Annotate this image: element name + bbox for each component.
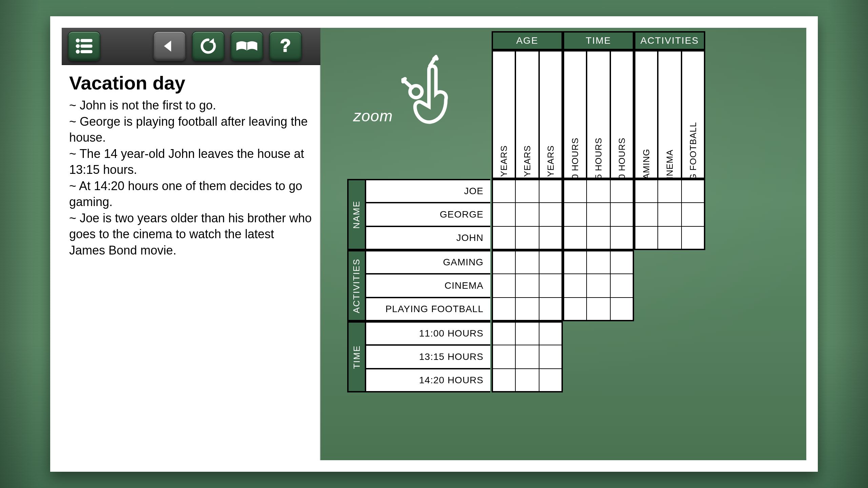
grid-cell[interactable]: [492, 203, 515, 226]
svg-rect-1: [81, 39, 92, 42]
row-header: GEORGE: [365, 203, 490, 226]
row-header: CINEMA: [365, 274, 490, 298]
reset-button[interactable]: [192, 31, 224, 61]
col-header: 14:20 HOURS: [610, 50, 634, 179]
row-header: 14:20 HOURS: [365, 369, 490, 392]
help-button[interactable]: ?: [269, 31, 302, 61]
grid-cell[interactable]: [539, 203, 563, 226]
grid-cell[interactable]: [610, 226, 634, 250]
col-header: 18 YEARS: [539, 50, 563, 179]
grid-cell[interactable]: [610, 179, 634, 203]
grid-cell[interactable]: [610, 250, 634, 274]
grid-cell[interactable]: [587, 179, 610, 203]
grid-cell[interactable]: [658, 179, 682, 203]
grid-cell[interactable]: [539, 345, 563, 369]
grid-cell[interactable]: [492, 321, 515, 345]
grid-cell[interactable]: [539, 274, 563, 298]
grid-cell[interactable]: [634, 203, 658, 226]
grid-cell[interactable]: [634, 226, 658, 250]
row-category-name: NAME: [347, 179, 366, 250]
grid-cell[interactable]: [658, 226, 682, 250]
row-header: 11:00 HOURS: [365, 321, 490, 345]
grid-cell[interactable]: [682, 179, 705, 203]
grid-cell[interactable]: [563, 274, 587, 298]
grid-cell[interactable]: [515, 274, 539, 298]
grid-cell[interactable]: [492, 226, 515, 250]
grid-cell[interactable]: [539, 226, 563, 250]
grid-cell[interactable]: [563, 298, 587, 321]
grid-cell[interactable]: [515, 369, 539, 392]
clue-panel: Vacation day ~ John is not the first to …: [62, 65, 320, 460]
col-header: 16 YEARS: [515, 50, 539, 179]
grid-cell[interactable]: [563, 250, 587, 274]
grid-cell[interactable]: [587, 274, 610, 298]
menu-button[interactable]: [68, 31, 100, 61]
row-header: PLAYING FOOTBALL: [365, 298, 490, 321]
grid-cell[interactable]: [515, 250, 539, 274]
game-frame: ? Vacation day ~ John is not the first t…: [50, 16, 818, 472]
grid-cell[interactable]: [515, 298, 539, 321]
game-board: ? Vacation day ~ John is not the first t…: [62, 28, 806, 460]
grid-cell[interactable]: [610, 274, 634, 298]
grid-cell[interactable]: [563, 203, 587, 226]
col-header: CINEMA: [658, 50, 682, 179]
grid-cell[interactable]: [492, 274, 515, 298]
grid-cell[interactable]: [682, 203, 705, 226]
grid-cell[interactable]: [587, 203, 610, 226]
clue-line: ~ George is playing football after leavi…: [69, 114, 312, 146]
svg-point-2: [76, 44, 79, 47]
row-header: JOE: [365, 179, 490, 203]
row-category-time: TIME: [347, 321, 366, 392]
grid-cell[interactable]: [515, 321, 539, 345]
toolbar: ?: [62, 28, 320, 65]
grid-cell[interactable]: [492, 345, 515, 369]
clue-line: ~ The 14 year-old John leaves the house …: [69, 146, 312, 178]
redo-circle-icon: [199, 37, 218, 56]
svg-text:?: ?: [280, 37, 291, 55]
grid-cell[interactable]: [515, 226, 539, 250]
grid-cell[interactable]: [587, 298, 610, 321]
svg-rect-5: [81, 50, 92, 53]
col-category-activities: ACTIVITIES: [634, 31, 705, 50]
grid-cell[interactable]: [539, 250, 563, 274]
grid-cell[interactable]: [515, 203, 539, 226]
grid-cell[interactable]: [492, 369, 515, 392]
svg-point-4: [76, 50, 79, 53]
grid-cell[interactable]: [492, 179, 515, 203]
row-header: GAMING: [365, 250, 490, 274]
grid-cell[interactable]: [587, 250, 610, 274]
grid-cell[interactable]: [634, 179, 658, 203]
svg-rect-3: [81, 45, 92, 47]
grid-cell[interactable]: [587, 226, 610, 250]
grid-cell[interactable]: [492, 298, 515, 321]
grid-cell[interactable]: [610, 298, 634, 321]
hint-book-button[interactable]: [231, 31, 263, 61]
col-header: PLAYING FOOTBALL: [682, 50, 705, 179]
col-header: 11:00 HOURS: [563, 50, 587, 179]
grid-cell[interactable]: [658, 203, 682, 226]
grid-cell[interactable]: [539, 298, 563, 321]
clue-line: ~ At 14:20 hours one of them decides to …: [69, 178, 312, 210]
grid-cell[interactable]: [515, 345, 539, 369]
grid-cell[interactable]: [610, 203, 634, 226]
grid-cell[interactable]: [682, 226, 705, 250]
grid-cell[interactable]: [539, 369, 563, 392]
row-category-activities: ACTIVITIES: [347, 250, 366, 321]
book-icon: [235, 39, 259, 54]
grid-cell[interactable]: [539, 321, 563, 345]
zoom-hint: zoom: [353, 79, 460, 153]
row-header: JOHN: [365, 226, 490, 250]
grid-cell[interactable]: [539, 179, 563, 203]
grid-cell[interactable]: [563, 179, 587, 203]
grid-cell[interactable]: [563, 226, 587, 250]
undo-button[interactable]: [153, 31, 186, 61]
grid-cell[interactable]: [515, 179, 539, 203]
puzzle-title: Vacation day: [69, 72, 312, 94]
col-header: 14 YEARS: [492, 50, 515, 179]
col-category-time: TIME: [563, 31, 634, 50]
col-header: GAMING: [634, 50, 658, 179]
grid-cell[interactable]: [492, 250, 515, 274]
col-header: 13:15 HOURS: [587, 50, 610, 179]
clue-line: ~ Joe is two years older than his brothe…: [69, 210, 312, 259]
col-category-age: AGE: [492, 31, 563, 50]
